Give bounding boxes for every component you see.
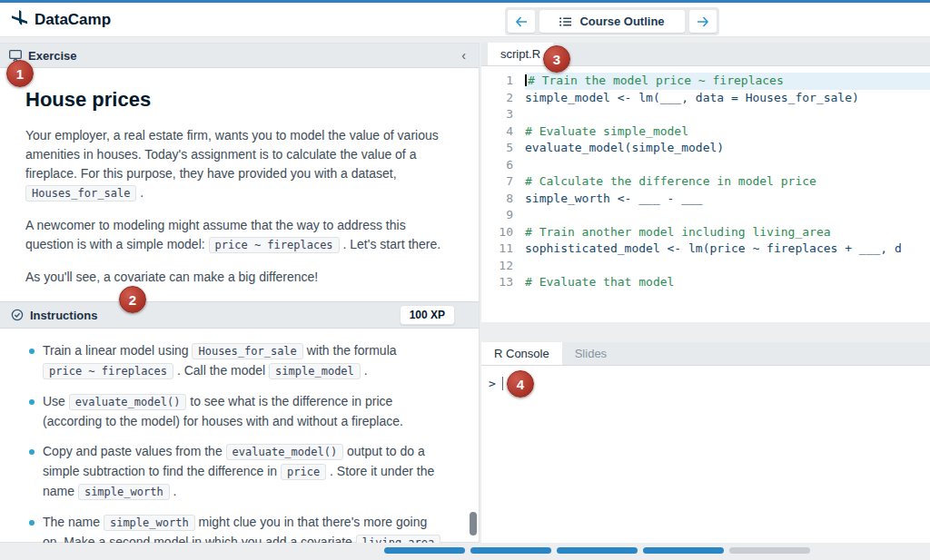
inline-code-chip: simple_worth xyxy=(104,515,195,531)
code-line[interactable]: 11sophisticated_model <- lm(price ~ fire… xyxy=(481,241,930,258)
line-number: 1 xyxy=(481,73,525,90)
exercise-paragraph: Your employer, a real estate firm, wants… xyxy=(25,126,451,203)
instructions-icon xyxy=(11,309,24,321)
code-text: # Train another model including living_a… xyxy=(525,224,930,241)
inline-code-chip: evaluate_model() xyxy=(69,394,187,410)
inline-code-chip: evaluate_model() xyxy=(226,444,344,460)
line-number: 11 xyxy=(481,241,525,258)
line-number: 5 xyxy=(481,140,525,157)
code-line[interactable]: 3 xyxy=(481,106,930,123)
line-number: 4 xyxy=(481,123,525,141)
console-prompt: > xyxy=(489,377,496,390)
instruction-item: Copy and paste values from the evaluate_… xyxy=(27,442,448,502)
inline-code-chip: simple_worth xyxy=(78,484,170,500)
datacamp-exercise-page: DataCamp Course Outline xyxy=(0,0,930,560)
inline-code-chip: Houses_for_sale xyxy=(192,343,302,359)
instructions-list: Train a linear model using Houses_for_sa… xyxy=(25,329,451,543)
inline-code-chip: Houses_for_sale xyxy=(25,185,136,201)
code-text xyxy=(525,157,930,174)
editor-cursor xyxy=(525,74,527,86)
exercise-panel-title: Exercise xyxy=(28,49,77,63)
line-number: 12 xyxy=(481,258,525,275)
code-line[interactable]: 7# Calculate the difference in model pri… xyxy=(481,173,930,191)
datacamp-logo-text: DataCamp xyxy=(35,11,111,29)
code-line[interactable]: 2simple_model <- lm(___, data = Houses_f… xyxy=(481,90,930,107)
instruction-item: The name simple_worth might clue you in … xyxy=(27,513,448,543)
instructions-header: Instructions 100 XP xyxy=(0,301,479,329)
collapse-panel-button[interactable]: ‹ xyxy=(458,49,470,62)
code-text xyxy=(525,106,930,123)
annotation-badge-2: 2 xyxy=(119,286,146,313)
code-text: # Evaluate that model xyxy=(525,274,930,291)
progress-segment-1 xyxy=(384,547,465,554)
progress-segment-4 xyxy=(643,547,724,554)
code-text: # Train the model price ~ fireplaces xyxy=(525,73,930,90)
line-number: 9 xyxy=(481,207,525,224)
console-tabbar: R ConsoleSlides xyxy=(481,342,930,366)
code-text: # Evaluate simple_model xyxy=(525,123,930,141)
code-text xyxy=(525,207,930,224)
progress-segment-2 xyxy=(470,547,551,554)
code-line[interactable]: 1# Train the model price ~ fireplaces xyxy=(481,73,930,90)
console-tab-slides[interactable]: Slides xyxy=(562,342,619,365)
progress-segment-5 xyxy=(729,547,810,554)
code-line[interactable]: 8simple_worth <- ___ - ___ xyxy=(481,191,930,208)
top-bar: DataCamp Course Outline xyxy=(0,3,930,37)
line-number: 6 xyxy=(481,157,525,174)
instructions-title: Instructions xyxy=(30,309,97,322)
exercise-paragraph: As you'll see, a covariate can make a bi… xyxy=(25,268,451,287)
console-cursor xyxy=(502,377,504,390)
instruction-item: Train a linear model using Houses_for_sa… xyxy=(27,341,448,381)
code-text: evaluate_model(simple_model) xyxy=(525,140,930,157)
inline-code-chip: simple_model xyxy=(269,363,361,379)
line-number: 2 xyxy=(481,90,525,107)
code-line[interactable]: 12 xyxy=(481,258,930,275)
exercise-nav-group: Course Outline xyxy=(505,7,719,35)
line-number: 13 xyxy=(481,274,525,291)
datacamp-logo-icon xyxy=(11,10,28,29)
line-number: 7 xyxy=(481,173,525,191)
code-line[interactable]: 10# Train another model including living… xyxy=(481,224,930,241)
code-text: simple_model <- lm(___, data = Houses_fo… xyxy=(525,90,930,107)
code-text xyxy=(525,258,930,275)
code-lines: 1# Train the model price ~ fireplaces2si… xyxy=(481,73,930,291)
exercise-scrollbar[interactable] xyxy=(470,71,477,539)
exercise-panel-header: Exercise ‹ xyxy=(0,44,479,68)
code-line[interactable]: 9 xyxy=(481,207,930,224)
exercise-content: House prices Your employer, a real estat… xyxy=(0,68,479,543)
code-editor[interactable]: 1# Train the model price ~ fireplaces2si… xyxy=(481,66,930,291)
code-line[interactable]: 6 xyxy=(481,157,930,174)
code-text: sophisticated_model <- lm(price ~ firepl… xyxy=(525,241,930,258)
course-outline-button[interactable]: Course Outline xyxy=(539,10,685,33)
progress-segment-3 xyxy=(557,547,638,554)
next-exercise-button[interactable] xyxy=(689,10,717,33)
previous-exercise-button[interactable] xyxy=(508,10,535,33)
inline-code-chip: price xyxy=(281,464,326,480)
arrow-right-icon xyxy=(697,16,709,27)
exercise-panel: Exercise ‹ House prices Your employer, a… xyxy=(0,43,480,543)
code-line[interactable]: 5evaluate_model(simple_model) xyxy=(481,140,930,157)
annotation-badge-1: 1 xyxy=(6,60,34,87)
inline-code-chip: price ~ fireplaces xyxy=(209,237,340,253)
exercise-title: House prices xyxy=(25,88,451,112)
course-outline-label: Course Outline xyxy=(579,15,664,28)
code-text: simple_worth <- ___ - ___ xyxy=(525,191,930,208)
exercise-paragraph: A newcomer to modeling might assume that… xyxy=(25,216,451,255)
datacamp-logo[interactable]: DataCamp xyxy=(11,10,111,29)
console-tab-r-console[interactable]: R Console xyxy=(481,342,562,365)
progress-bar xyxy=(384,547,810,554)
inline-code-chip: living_area xyxy=(356,535,440,543)
r-console[interactable]: > xyxy=(481,366,930,390)
inline-code-chip: price ~ fireplaces xyxy=(43,363,173,379)
line-number: 3 xyxy=(481,106,525,123)
line-number: 8 xyxy=(481,191,525,208)
code-text: # Calculate the difference in model pric… xyxy=(525,173,930,191)
scrollbar-thumb[interactable] xyxy=(470,512,477,535)
code-line[interactable]: 4# Evaluate simple_model xyxy=(481,123,930,141)
line-number: 10 xyxy=(481,224,525,241)
console-panel: R ConsoleSlides > xyxy=(481,342,930,543)
xp-badge: 100 XP xyxy=(400,305,455,325)
code-line[interactable]: 13# Evaluate that model xyxy=(481,274,930,291)
script-editor-panel: script.R 1# Train the model price ~ fire… xyxy=(481,43,930,322)
outline-list-icon xyxy=(559,16,572,27)
